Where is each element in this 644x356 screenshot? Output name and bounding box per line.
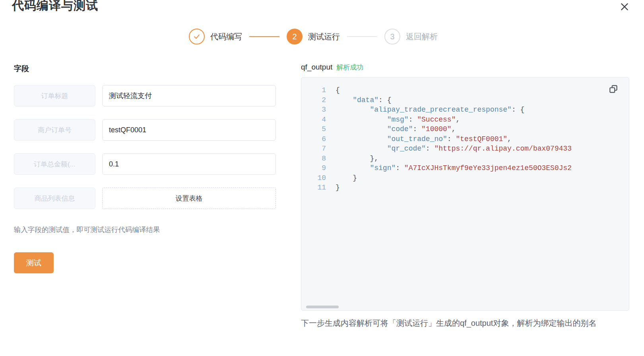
field-label-product-list: 商品列表信息: [14, 188, 95, 209]
code-line: 8 },: [308, 154, 629, 164]
horizontal-scrollbar-thumb[interactable]: [306, 306, 339, 308]
stepper-connector-2: [347, 36, 377, 37]
field-label-merchant-order-no: 商户订单号: [14, 119, 95, 141]
output-panel: qf_output解析成功 1{2 "data": {3 "alipay_tra…: [301, 60, 629, 330]
field-label-order-title: 订单标题: [14, 85, 95, 106]
code-line: 9 "sign": "A7IcXJHsTkmyf9eYe33jpen4ez1e5…: [308, 163, 629, 173]
line-number: 9: [308, 163, 326, 173]
test-hint-text: 输入字段的测试值，即可测试运行代码编译结果: [14, 225, 277, 234]
step-3-label: 返回解析: [406, 31, 438, 42]
output-name: qf_output: [301, 63, 332, 71]
code-line: 6 "out_trade_no": "testQF0001",: [308, 134, 629, 144]
check-icon: [193, 33, 201, 41]
code-line: 11}: [308, 183, 629, 193]
field-row-product-list: 商品列表信息 设置表格: [14, 188, 277, 209]
field-input-order-total[interactable]: [102, 153, 276, 175]
copy-icon[interactable]: [608, 84, 619, 96]
output-header: qf_output解析成功: [301, 63, 629, 72]
field-row-order-total: 订单总金额(...: [14, 153, 277, 175]
step-2-label: 测试运行: [308, 31, 340, 42]
field-row-order-title: 订单标题: [14, 85, 277, 106]
fields-section-title: 字段: [14, 64, 277, 74]
set-table-button[interactable]: 设置表格: [102, 188, 276, 209]
code-line: 4 "msg": "Success",: [308, 115, 629, 125]
step-2-circle: 2: [287, 29, 303, 44]
step-1-label: 代码编写: [210, 31, 242, 42]
code-output-panel[interactable]: 1{2 "data": {3 "alipay_trade_precreate_r…: [301, 77, 629, 311]
code-line: 3 "alipay_trade_precreate_response": {: [308, 105, 629, 115]
line-number: 2: [308, 95, 326, 105]
field-row-merchant-order-no: 商户订单号: [14, 119, 277, 141]
step-2-test-run: 2 测试运行: [287, 29, 340, 44]
line-number: 1: [308, 85, 326, 95]
line-number: 3: [308, 105, 326, 115]
code-editor[interactable]: 1{2 "data": {3 "alipay_trade_precreate_r…: [301, 77, 629, 193]
line-number: 7: [308, 144, 326, 154]
close-icon-glyph: [619, 2, 630, 12]
code-line: 1{: [308, 85, 629, 95]
stepper: 代码编写 2 测试运行 3 返回解析: [0, 29, 635, 44]
parse-success-badge: 解析成功: [336, 64, 363, 71]
line-number: 8: [308, 154, 326, 164]
code-line: 7 "qr_code": "https://qr.alipay.com/bax0…: [308, 144, 629, 154]
test-button[interactable]: 测试: [14, 252, 54, 273]
line-number: 5: [308, 124, 326, 134]
code-compile-test-dialog: 代码编译与测试 代码编写 2 测试运行 3 返回解析 字段 订单标题: [0, 0, 644, 356]
stepper-connector-1: [249, 36, 279, 37]
dialog-title: 代码编译与测试: [12, 0, 98, 14]
field-input-merchant-order-no[interactable]: [102, 119, 276, 141]
code-line: 2 "data": {: [308, 95, 629, 105]
fields-panel: 字段 订单标题 商户订单号 订单总金额(... 商品列表信息 设置表格 输入字段…: [14, 60, 277, 273]
next-step-note: 下一步生成内容解析可将「测试运行」生成的qf_output对象，解析为绑定输出的…: [301, 317, 603, 330]
line-number: 6: [308, 134, 326, 144]
line-number: 10: [308, 173, 326, 183]
line-number: 11: [308, 183, 326, 193]
step-3-circle: 3: [384, 29, 400, 44]
step-3-return-parse: 3 返回解析: [384, 29, 438, 44]
step-1-circle: [189, 29, 205, 44]
step-1-code-writing: 代码编写: [189, 29, 242, 44]
field-label-order-total: 订单总金额(...: [14, 153, 95, 175]
line-number: 4: [308, 115, 326, 125]
copy-icon-glyph: [608, 84, 619, 94]
close-icon[interactable]: [619, 1, 630, 13]
field-input-order-title[interactable]: [102, 85, 276, 106]
code-line: 5 "code": "10000",: [308, 124, 629, 134]
code-line: 10 }: [308, 173, 629, 183]
